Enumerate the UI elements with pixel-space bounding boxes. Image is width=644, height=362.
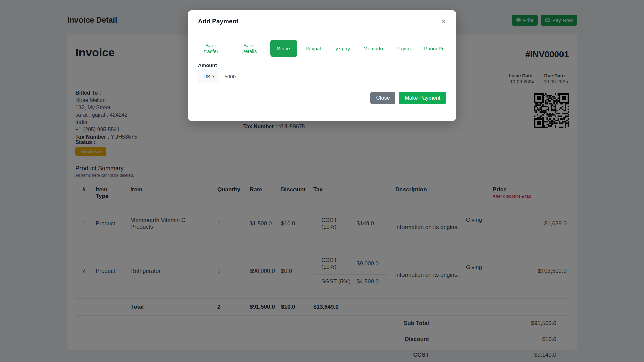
amount-input-group: USD bbox=[198, 70, 446, 83]
close-icon[interactable]: × bbox=[441, 18, 446, 25]
modal-body: Amount USD bbox=[188, 57, 456, 83]
amount-label: Amount bbox=[198, 62, 446, 68]
modal-title: Add Payment bbox=[198, 18, 238, 25]
modal-header: Add Payment × bbox=[188, 10, 456, 33]
tab-iyzipay[interactable]: Iyzipay bbox=[330, 40, 355, 57]
tab-phonepe[interactable]: PhonePe bbox=[419, 40, 449, 57]
tab-bank-details[interactable]: Bank Details bbox=[232, 40, 266, 57]
tab-bank-transfer[interactable]: Bank trasfer bbox=[195, 40, 228, 57]
tab-paytm[interactable]: Paytm bbox=[392, 40, 416, 57]
payment-method-tabs: Bank trasfer Bank Details Stripe Paypal … bbox=[188, 40, 456, 57]
tab-stripe[interactable]: Stripe bbox=[270, 40, 297, 57]
add-payment-modal: Add Payment × Bank trasfer Bank Details … bbox=[188, 10, 456, 121]
modal-footer: Close Make Payment bbox=[188, 83, 456, 104]
close-button[interactable]: Close bbox=[370, 92, 395, 104]
amount-input[interactable] bbox=[219, 70, 446, 83]
make-payment-button[interactable]: Make Payment bbox=[399, 92, 446, 104]
tab-paypal[interactable]: Paypal bbox=[301, 40, 326, 57]
currency-addon: USD bbox=[198, 70, 219, 83]
tab-mercado[interactable]: Mercado bbox=[359, 40, 387, 57]
